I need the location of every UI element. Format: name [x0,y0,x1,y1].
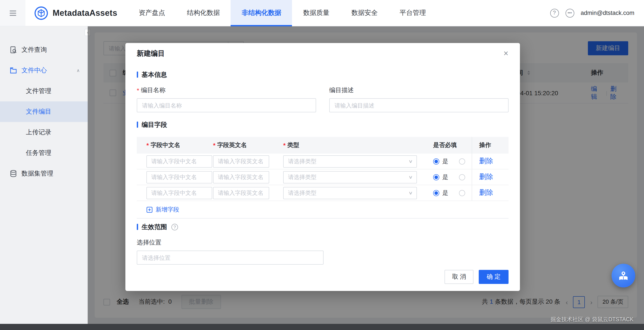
sidebar: 文件查询 文件中心 ∧ 文件管理 文件编目 上传记录 任务管理 数据集管理 [0,26,88,324]
field-en-name-input[interactable] [213,171,269,183]
field-delete-link[interactable]: 删除 [479,172,493,182]
sidebar-item-file-query[interactable]: 文件查询 [0,40,88,60]
hamburger-icon [10,10,16,16]
chevron-down-icon: ∨ [408,190,413,195]
add-field-button[interactable]: 新增字段 [137,201,508,218]
message-icon[interactable]: ••• [565,9,574,17]
nav-platform-management[interactable]: 平台管理 [389,0,437,26]
required-asterisk: * [283,142,286,149]
field-en-name-input[interactable] [213,155,269,167]
app-title: MetadataAssets [52,8,117,18]
chevron-up-icon: ∧ [76,68,80,73]
required-no-radio[interactable] [459,158,465,164]
sidebar-toggle-button[interactable] [0,0,26,26]
app-header: MetadataAssets 资产盘点 结构化数据 非结构化数据 数据质量 数据… [0,0,644,26]
sidebar-item-file-catalog[interactable]: 文件编目 [0,101,88,122]
watermark: 掘金技术社区 @ 袋鼠云DTSTACK [550,316,634,323]
field-cn-name-input[interactable] [146,171,212,183]
required-no-radio[interactable] [459,190,465,196]
field-cn-name-input[interactable] [146,187,212,199]
catalog-name-label: * 编目名称 [137,86,316,95]
chevron-down-icon: ∨ [408,159,413,164]
field-row: 请选择类型∨ 是 删除 [137,154,508,169]
required-asterisk: * [146,142,149,149]
sidebar-item-file-manage[interactable]: 文件管理 [0,81,88,101]
field-type-select[interactable]: 请选择类型∨ [283,171,417,183]
section-basic-info: 基本信息 [137,70,508,79]
plus-square-icon [146,206,152,213]
field-table-header: *字段中文名 *字段英文名 *类型 是否必填 操作 [137,137,508,154]
horizontal-scrollbar[interactable] [0,324,644,330]
catalog-desc-label: 编目描述 [329,86,508,95]
field-type-select[interactable]: 请选择类型∨ [283,187,417,199]
catalog-name-input[interactable] [137,98,316,112]
nav-unstructured-data[interactable]: 非结构化数据 [231,0,292,26]
field-delete-link[interactable]: 删除 [479,157,493,166]
required-yes-radio[interactable] [433,158,439,164]
nav-data-quality[interactable]: 数据质量 [292,0,340,26]
modal-body: 基本信息 * 编目名称 编目描述 编目字段 [126,70,520,265]
field-row: 请选择类型∨ 是 删除 [137,185,508,201]
field-table: *字段中文名 *字段英文名 *类型 是否必填 操作 请选择类型∨ 是 删除 [137,137,508,218]
required-no-radio[interactable] [459,174,465,180]
scope-help-icon[interactable]: ? [172,224,178,230]
field-row: 请选择类型∨ 是 删除 [137,169,508,185]
required-asterisk: * [213,142,216,149]
nav-asset-inventory[interactable]: 资产盘点 [128,0,176,26]
modal-header: 新建编目 [126,43,520,64]
basic-form-row: * 编目名称 编目描述 [137,86,508,112]
required-asterisk: * [137,87,139,94]
chevron-down-icon: ∨ [408,175,413,179]
create-catalog-modal: 新建编目 × 基本信息 * 编目名称 编目描述 [126,43,520,291]
nav-data-security[interactable]: 数据安全 [340,0,389,26]
top-nav: 资产盘点 结构化数据 非结构化数据 数据质量 数据安全 平台管理 [128,0,437,26]
field-cn-name-input[interactable] [146,155,212,167]
cancel-button[interactable]: 取 消 [444,270,474,284]
sidebar-item-upload-records[interactable]: 上传记录 [0,122,88,143]
position-label: 选择位置 [137,238,508,247]
modal-title: 新建编目 [137,49,165,58]
section-effective-scope: 生效范围 ? [137,222,508,231]
folder-files-icon [10,67,17,74]
nav-structured-data[interactable]: 结构化数据 [176,0,231,26]
section-catalog-fields: 编目字段 [137,120,508,129]
sidebar-item-dataset-manage[interactable]: 数据集管理 [0,163,88,184]
file-search-icon [10,46,17,54]
required-yes-radio[interactable] [433,190,439,196]
position-select-input[interactable] [137,251,324,265]
app-logo[interactable]: MetadataAssets [26,0,128,26]
modal-footer: 取 消 确 定 [444,270,508,284]
help-assistant-button[interactable] [612,264,635,287]
header-right: ? ••• admin@dtstack.com [550,0,644,26]
database-icon [10,170,17,177]
field-type-select[interactable]: 请选择类型∨ [283,155,417,167]
help-icon[interactable]: ? [550,9,559,17]
catalog-desc-input[interactable] [329,98,508,112]
app-window: MetadataAssets 资产盘点 结构化数据 非结构化数据 数据质量 数据… [0,0,644,330]
close-icon[interactable]: × [501,49,511,59]
logo-icon [34,6,48,20]
confirm-button[interactable]: 确 定 [479,270,508,284]
user-account[interactable]: admin@dtstack.com [581,10,634,16]
required-yes-radio[interactable] [433,174,439,180]
sidebar-item-file-center[interactable]: 文件中心 ∧ [0,60,88,81]
field-delete-link[interactable]: 删除 [479,188,493,197]
book-pin-icon [617,269,630,282]
sidebar-item-task-manage[interactable]: 任务管理 [0,143,88,163]
field-en-name-input[interactable] [213,187,269,199]
